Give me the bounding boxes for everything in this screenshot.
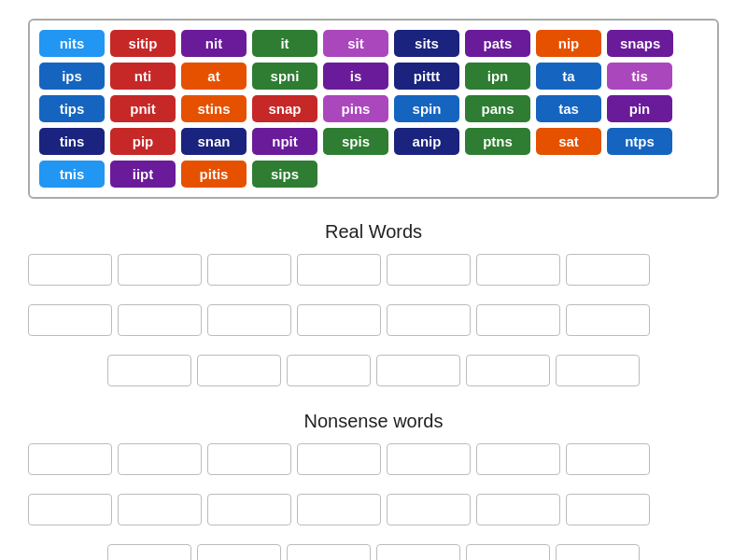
word-tile[interactable]: ipn xyxy=(465,63,530,90)
word-tile[interactable]: anip xyxy=(394,128,459,155)
word-tile[interactable]: nti xyxy=(110,63,176,90)
word-tile[interactable]: tnis xyxy=(39,161,105,188)
drop-zone[interactable] xyxy=(466,355,550,386)
drop-zone[interactable] xyxy=(566,494,650,525)
word-tile[interactable]: tips xyxy=(39,95,105,122)
word-tile[interactable]: it xyxy=(252,30,317,57)
word-tile[interactable]: ntps xyxy=(607,128,672,155)
word-tile[interactable]: sit xyxy=(323,30,388,57)
word-tile[interactable]: spni xyxy=(252,63,317,90)
drop-zone[interactable] xyxy=(556,355,640,386)
word-tile[interactable]: ptns xyxy=(465,128,530,155)
word-tile[interactable]: pins xyxy=(323,95,388,122)
nonsense-words-title: Nonsense words xyxy=(28,411,719,432)
word-tile[interactable]: pip xyxy=(110,128,176,155)
drop-zone[interactable] xyxy=(376,355,460,386)
drop-zone[interactable] xyxy=(476,494,560,525)
drop-zone[interactable] xyxy=(376,544,460,560)
drop-zone[interactable] xyxy=(118,443,202,475)
word-tile[interactable]: tis xyxy=(607,63,672,90)
word-tile[interactable]: spis xyxy=(323,128,388,155)
drop-zone[interactable] xyxy=(297,304,381,336)
word-tile[interactable]: sips xyxy=(252,161,317,188)
word-tile[interactable]: pittt xyxy=(394,63,459,90)
word-tile[interactable]: is xyxy=(323,63,388,90)
drop-zone[interactable] xyxy=(28,443,112,475)
drop-zone[interactable] xyxy=(118,494,202,525)
drop-zone[interactable] xyxy=(566,254,650,286)
drop-zone[interactable] xyxy=(466,544,550,560)
word-tile[interactable]: nip xyxy=(536,30,601,57)
drop-zone[interactable] xyxy=(297,254,381,286)
drop-zone[interactable] xyxy=(107,355,191,386)
word-tile[interactable]: sat xyxy=(536,128,601,155)
drop-zone[interactable] xyxy=(387,494,471,525)
drop-zone[interactable] xyxy=(207,443,291,475)
word-tile[interactable]: pats xyxy=(465,30,530,57)
drop-zone[interactable] xyxy=(297,494,381,525)
real-words-title: Real Words xyxy=(28,221,719,243)
drop-zone[interactable] xyxy=(556,544,640,560)
drop-zone[interactable] xyxy=(287,355,371,386)
drop-zone[interactable] xyxy=(476,443,560,475)
word-tile[interactable]: tas xyxy=(536,95,601,122)
word-tile[interactable]: iipt xyxy=(110,161,176,188)
drop-zone[interactable] xyxy=(207,494,291,525)
drop-zone[interactable] xyxy=(28,494,112,525)
word-tile[interactable]: pnit xyxy=(110,95,176,122)
drop-zone[interactable] xyxy=(107,544,191,560)
real-words-row3 xyxy=(28,355,719,386)
word-tile[interactable]: npit xyxy=(252,128,317,155)
tiles-container: nitssitipnititsitsitspatsnipsnapsipsntia… xyxy=(28,19,719,199)
drop-zone[interactable] xyxy=(207,254,291,286)
nonsense-words-row2 xyxy=(28,494,719,525)
word-tile[interactable]: nits xyxy=(39,30,105,57)
drop-zone[interactable] xyxy=(476,254,560,286)
word-tile[interactable]: pin xyxy=(607,95,672,122)
nonsense-words-row3 xyxy=(28,544,719,560)
word-tile[interactable]: sits xyxy=(394,30,459,57)
real-words-section: Real Words xyxy=(28,221,719,392)
nonsense-words-row1 xyxy=(28,443,719,475)
real-words-row2 xyxy=(28,304,719,336)
drop-zone[interactable] xyxy=(118,254,202,286)
drop-zone[interactable] xyxy=(297,443,381,475)
word-tile[interactable]: nit xyxy=(181,30,247,57)
drop-zone[interactable] xyxy=(287,544,371,560)
word-tile[interactable]: pans xyxy=(465,95,530,122)
drop-zone[interactable] xyxy=(387,443,471,475)
real-words-row1 xyxy=(28,254,719,286)
drop-zone[interactable] xyxy=(387,254,471,286)
drop-zone[interactable] xyxy=(566,304,650,336)
word-tile[interactable]: stins xyxy=(181,95,247,122)
word-tile[interactable]: at xyxy=(181,63,247,90)
word-tile[interactable]: snaps xyxy=(607,30,673,57)
word-tile[interactable]: pitis xyxy=(181,161,247,188)
drop-zone[interactable] xyxy=(197,544,281,560)
word-tile[interactable]: ta xyxy=(536,63,601,90)
drop-zone[interactable] xyxy=(566,443,650,475)
word-tile[interactable]: snap xyxy=(252,95,317,122)
word-tile[interactable]: tins xyxy=(39,128,105,155)
drop-zone[interactable] xyxy=(387,304,471,336)
word-tile[interactable]: spin xyxy=(394,95,459,122)
drop-zone[interactable] xyxy=(28,254,112,286)
drop-zone[interactable] xyxy=(197,355,281,386)
drop-zone[interactable] xyxy=(476,304,560,336)
word-tile[interactable]: ips xyxy=(39,63,105,90)
word-tile[interactable]: snan xyxy=(181,128,247,155)
drop-zone[interactable] xyxy=(207,304,291,336)
nonsense-words-section: Nonsense words xyxy=(28,411,719,560)
drop-zone[interactable] xyxy=(28,304,112,336)
drop-zone[interactable] xyxy=(118,304,202,336)
word-tile[interactable]: sitip xyxy=(110,30,176,57)
